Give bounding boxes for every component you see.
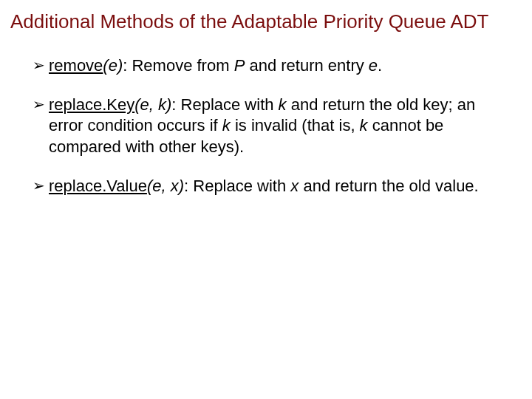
- text-segment: : Replace with: [184, 177, 290, 195]
- slide: Additional Methods of the Adaptable Prio…: [0, 0, 532, 399]
- var-k: k: [360, 116, 368, 134]
- list-item-text: replace.Value(e, x): Replace with x and …: [49, 176, 492, 197]
- var-k: k: [222, 116, 231, 134]
- text-segment: and return the old value.: [299, 177, 478, 195]
- bullet-marker-icon: ➢: [33, 95, 49, 115]
- list-item-text: replace.Key(e, k): Replace with k and re…: [49, 95, 492, 158]
- text-segment: is invalid (that is,: [231, 116, 360, 134]
- method-name: replace.Value: [49, 177, 147, 195]
- list-item: ➢ remove(e): Remove from P and return en…: [33, 55, 517, 77]
- method-args: (e, k): [134, 95, 171, 114]
- text-segment: .: [378, 56, 382, 75]
- method-name: remove: [49, 56, 103, 75]
- var-P: P: [234, 56, 245, 75]
- bullet-marker-icon: ➢: [33, 176, 49, 196]
- method-name: replace.Key: [49, 95, 134, 114]
- bullet-marker-icon: ➢: [33, 55, 49, 75]
- bullet-list: ➢ remove(e): Remove from P and return en…: [10, 55, 517, 197]
- list-item-text: remove(e): Remove from P and return entr…: [49, 55, 492, 77]
- var-k: k: [279, 95, 287, 114]
- var-x: x: [290, 177, 299, 195]
- page-title: Additional Methods of the Adaptable Prio…: [10, 10, 517, 33]
- text-segment: : Remove from: [123, 56, 233, 75]
- list-item: ➢ replace.Value(e, x): Replace with x an…: [33, 176, 517, 197]
- text-segment: : Replace with: [171, 95, 278, 114]
- list-item: ➢ replace.Key(e, k): Replace with k and …: [33, 95, 517, 158]
- var-e: e: [369, 56, 378, 75]
- text-segment: and return entry: [245, 56, 369, 75]
- method-args: (e): [103, 56, 123, 75]
- method-args: (e, x): [147, 177, 184, 195]
